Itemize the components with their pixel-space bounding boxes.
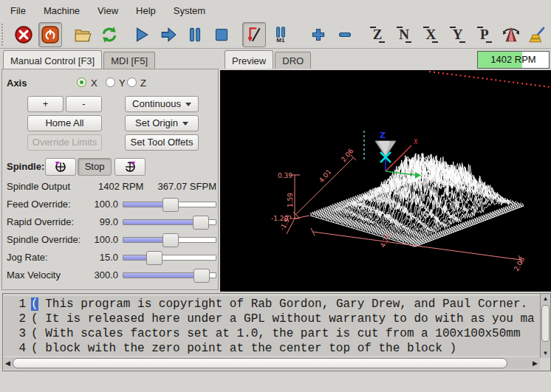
scroll-right-arrow-icon[interactable]: ▶ xyxy=(533,360,538,367)
set-origin-dropdown[interactable]: Set Origin xyxy=(125,115,199,131)
spindle-label: Spindle: xyxy=(7,161,44,172)
scroll-left-arrow-icon[interactable]: ◀ xyxy=(5,360,10,367)
machine-power-button[interactable] xyxy=(38,22,62,47)
optional-stop-m1-label: M1 xyxy=(276,38,284,43)
clear-plot-button[interactable] xyxy=(526,22,550,47)
jog-minus-button[interactable]: - xyxy=(66,96,102,112)
svg-text:Z: Z xyxy=(380,131,386,140)
jog-plus-button[interactable]: + xyxy=(27,96,64,112)
spindle-override-handle[interactable] xyxy=(162,233,179,247)
gcode-line[interactable]: 4 ( block with the zero point at the cen… xyxy=(4,341,541,356)
estop-button[interactable] xyxy=(12,22,35,47)
skip-lines-button[interactable] xyxy=(242,22,266,47)
max-velocity-handle[interactable] xyxy=(194,269,210,283)
jog-rate-track[interactable] xyxy=(123,255,216,261)
axis-radio-z-label: Z xyxy=(140,78,146,89)
menu-view[interactable]: View xyxy=(89,2,127,19)
bracket-mark xyxy=(459,41,465,43)
skip-lines-slash-icon xyxy=(244,25,264,44)
spindle-stop-button[interactable]: Stop xyxy=(78,158,112,176)
gcode-line[interactable]: 3 ( With scales factors set at 1.0, the … xyxy=(4,326,541,341)
max-velocity-label: Max Velocity xyxy=(7,269,61,281)
jog-mode-dropdown[interactable]: Continuous xyxy=(125,96,199,112)
axis-radio-z[interactable] xyxy=(127,78,137,87)
spindle-ccw-icon xyxy=(53,159,68,174)
feed-override-handle[interactable] xyxy=(162,198,179,212)
menu-system[interactable]: System xyxy=(165,2,214,19)
tab-mdi[interactable]: MDI [F5] xyxy=(103,52,155,69)
preview-canvas[interactable]: 0.391.59-1.20-1.954.012.064.732.08ZX xyxy=(220,70,551,292)
spindle-override-track[interactable] xyxy=(123,237,216,243)
bracket-mark xyxy=(397,27,403,28)
run-program-button[interactable] xyxy=(129,22,153,47)
menu-help[interactable]: Help xyxy=(127,2,165,19)
gcode-cursor: ( xyxy=(31,298,38,311)
view-front-button[interactable]: Y xyxy=(445,22,469,47)
tab-manual-control[interactable]: Manual Control [F3] xyxy=(3,50,102,69)
horizontal-scroll-thumb[interactable] xyxy=(13,358,507,368)
scroll-down-arrow-icon[interactable]: ▼ xyxy=(541,350,550,357)
tab-dro[interactable]: DRO xyxy=(275,52,311,69)
spindle-ccw-button[interactable] xyxy=(45,158,76,176)
control-panel: Manual Control [F3] MDI [F5] Axis X Y Z … xyxy=(0,49,220,292)
bracket-mark xyxy=(432,41,438,43)
pause-program-button[interactable] xyxy=(183,22,207,47)
gcode-vertical-scrollbar[interactable]: ▲ ▼ xyxy=(540,294,550,358)
view-top-button[interactable]: Z xyxy=(366,22,389,47)
toolbar-drag-handle[interactable] xyxy=(1,24,8,46)
rapid-override-value: 99.0 xyxy=(76,216,118,227)
rotate-view-button[interactable] xyxy=(499,22,523,47)
gcode-line[interactable]: 2 ( It is released here under a GPL with… xyxy=(4,312,541,326)
svg-text:X: X xyxy=(414,139,418,145)
set-tool-offsets-button[interactable]: Set Tool Offets xyxy=(125,134,199,151)
jog-rate-slider-row: Jog Rate: 15.0 xyxy=(2,250,222,266)
feed-override-track[interactable] xyxy=(123,202,216,207)
zoom-in-button[interactable] xyxy=(307,22,330,47)
menu-file[interactable]: File xyxy=(1,2,35,19)
vertical-scroll-thumb[interactable] xyxy=(541,305,550,342)
optional-stop-button[interactable]: M1 xyxy=(269,22,292,47)
gcode-line-text: ( With scales factors set at 1.0, the pa… xyxy=(26,326,521,341)
gcode-line-text: This program is copyright of Rab Gordon,… xyxy=(38,298,528,311)
toolbar: M1 Z N X Y xyxy=(0,21,551,49)
override-limits-button: Override Limits xyxy=(27,134,102,151)
reload-icon xyxy=(100,25,119,44)
view-rotated-top-button[interactable]: N xyxy=(392,22,416,47)
home-all-button[interactable]: Home All xyxy=(27,115,102,131)
view-side-letter: X xyxy=(426,27,437,43)
max-velocity-track[interactable] xyxy=(123,272,216,278)
scroll-up-arrow-icon[interactable]: ▲ xyxy=(541,295,550,302)
rapid-override-handle[interactable] xyxy=(193,216,209,230)
gcode-horizontal-scrollbar[interactable]: ◀ ▶ xyxy=(4,357,540,369)
spindle-cw-button[interactable] xyxy=(114,158,146,176)
axis-radio-y[interactable] xyxy=(106,78,115,87)
tab-preview[interactable]: Preview xyxy=(225,50,273,69)
rapid-override-label: Rapid Override: xyxy=(7,216,74,227)
jog-rate-handle[interactable] xyxy=(146,251,162,265)
svg-text:2.08: 2.08 xyxy=(513,255,526,272)
reload-file-button[interactable] xyxy=(97,22,121,47)
view-top-letter: Z xyxy=(373,27,383,43)
open-file-button[interactable] xyxy=(70,22,94,47)
view-perspective-button[interactable]: P xyxy=(473,22,496,47)
jog-rate-label: Jog Rate: xyxy=(7,252,48,263)
gcode-listing[interactable]: 1 ( This program is copyright of Rab Gor… xyxy=(2,293,551,371)
gcode-text-area[interactable]: 1 ( This program is copyright of Rab Gor… xyxy=(4,295,541,358)
jog-rate-value: 15.0 xyxy=(76,252,118,263)
bracket-mark xyxy=(450,27,456,28)
step-icon xyxy=(159,25,178,44)
chevron-down-icon xyxy=(182,122,188,125)
view-side-button[interactable]: X xyxy=(419,22,442,47)
axis-label: Axis xyxy=(7,78,27,89)
stop-program-button[interactable] xyxy=(210,22,233,47)
rapid-override-slider-row: Rapid Override: 99.0 xyxy=(2,214,222,230)
spindle-override-label: Spindle Override: xyxy=(7,234,81,245)
run-step-button[interactable] xyxy=(157,22,180,47)
axis-radio-x[interactable] xyxy=(77,78,86,87)
gcode-line[interactable]: 1 ( This program is copyright of Rab Gor… xyxy=(4,297,541,312)
menu-machine[interactable]: Machine xyxy=(35,2,89,19)
zoom-out-button[interactable] xyxy=(333,22,357,47)
rapid-override-track[interactable] xyxy=(123,219,216,225)
status-bar xyxy=(0,371,551,392)
gcode-line-number: 3 xyxy=(4,326,26,341)
